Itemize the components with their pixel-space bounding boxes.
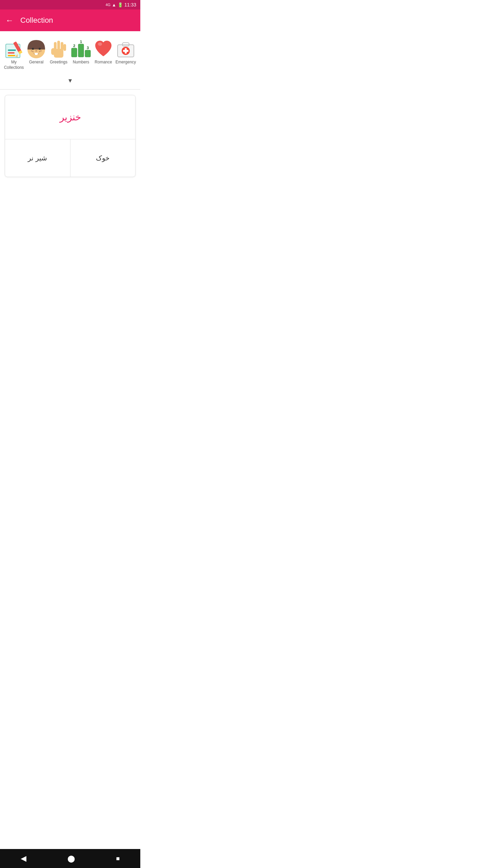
category-item-romance[interactable]: Romance	[92, 38, 115, 65]
svg-rect-33	[123, 50, 128, 52]
greetings-icon	[48, 38, 69, 60]
category-label-general: General	[29, 60, 44, 65]
category-item-general[interactable]: General	[25, 38, 47, 65]
svg-point-8	[32, 48, 34, 50]
general-icon	[25, 38, 47, 60]
svg-rect-2	[8, 52, 15, 54]
time-display: 11:33	[124, 2, 136, 7]
numbers-icon: 2 1 3	[70, 38, 92, 60]
svg-text:3: 3	[87, 46, 89, 50]
svg-point-28	[98, 42, 102, 46]
expand-chevron[interactable]: ▾	[68, 76, 72, 84]
svg-rect-1	[8, 50, 16, 51]
page-title: Collection	[20, 16, 53, 25]
category-item-greetings[interactable]: Greetings	[47, 38, 70, 65]
svg-rect-14	[35, 53, 38, 55]
quiz-question: خنزير	[5, 95, 135, 139]
svg-rect-3	[8, 55, 15, 56]
category-item-my-collections[interactable]: My Collections	[3, 38, 25, 70]
romance-icon	[93, 38, 114, 60]
quiz-card: خنزير شیر نر خوک	[5, 95, 136, 177]
section-divider	[0, 89, 140, 90]
category-label-numbers: Numbers	[73, 60, 89, 65]
svg-point-9	[39, 48, 41, 50]
signal-icon: ▲	[112, 2, 116, 7]
network-label: 4G	[105, 3, 110, 7]
svg-point-10	[31, 50, 32, 52]
quiz-option-left[interactable]: شیر نر	[5, 139, 70, 177]
quiz-option-right[interactable]: خوک	[70, 139, 136, 177]
svg-rect-21	[63, 44, 66, 51]
svg-text:2: 2	[73, 44, 75, 48]
my-collections-icon	[3, 38, 25, 60]
svg-rect-24	[85, 50, 90, 57]
svg-text:1: 1	[80, 40, 82, 44]
svg-point-12	[39, 51, 40, 52]
category-label-romance: Romance	[95, 60, 112, 65]
quiz-options: شیر نر خوک	[5, 139, 135, 177]
category-row: My Collections	[0, 31, 140, 73]
emergency-icon	[115, 38, 137, 60]
svg-point-11	[32, 51, 34, 52]
chevron-row: ▾	[0, 73, 140, 89]
status-icons: 4G ▲ 🔋 11:33	[105, 2, 136, 7]
category-label-my-collections: My Collections	[3, 60, 25, 70]
back-button[interactable]: ←	[5, 16, 14, 25]
svg-rect-19	[57, 41, 60, 50]
svg-rect-22	[72, 48, 77, 57]
status-bar: 4G ▲ 🔋 11:33	[0, 0, 140, 9]
category-label-greetings: Greetings	[50, 60, 67, 65]
svg-point-15	[35, 50, 37, 52]
question-word: خنزير	[60, 112, 81, 123]
app-header: ← Collection	[0, 9, 140, 31]
category-item-emergency[interactable]: Emergency	[115, 38, 137, 65]
battery-icon: 🔋	[118, 2, 123, 7]
svg-rect-23	[78, 44, 84, 57]
svg-rect-18	[54, 42, 57, 50]
category-item-numbers[interactable]: 2 1 3 Numbers	[70, 38, 92, 65]
svg-rect-20	[61, 42, 63, 50]
svg-point-13	[40, 50, 42, 52]
category-label-emergency: Emergency	[116, 60, 136, 65]
